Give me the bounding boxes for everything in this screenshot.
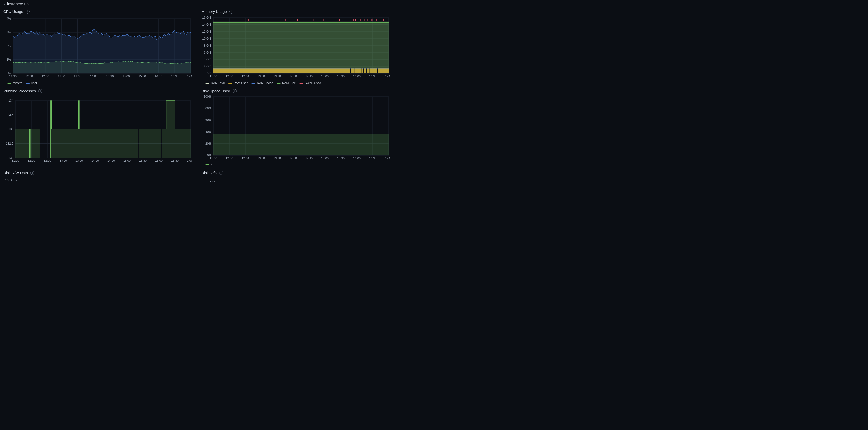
legend-item[interactable]: RAM Cache xyxy=(251,81,273,85)
svg-text:1%: 1% xyxy=(7,58,11,62)
svg-rect-114 xyxy=(370,68,370,73)
legend-memory: RAM TotalRAM UsedRAM CacheRAM FreeSWAP U… xyxy=(201,80,392,85)
legend-label: system xyxy=(13,81,23,85)
svg-text:15:30: 15:30 xyxy=(138,75,146,78)
legend-cpu: systemuser xyxy=(3,80,193,85)
svg-text:133.5: 133.5 xyxy=(6,113,13,117)
legend-label: / xyxy=(211,163,212,167)
svg-text:17:00: 17:00 xyxy=(385,157,390,160)
legend-item[interactable]: RAM Used xyxy=(228,81,248,85)
svg-text:16:00: 16:00 xyxy=(155,75,162,78)
svg-text:12:30: 12:30 xyxy=(43,159,51,163)
legend-label: RAM Total xyxy=(211,81,225,85)
svg-text:12 GiB: 12 GiB xyxy=(202,30,211,33)
svg-text:15:00: 15:00 xyxy=(122,75,130,78)
svg-rect-188 xyxy=(213,134,389,155)
svg-rect-113 xyxy=(366,68,367,69)
svg-text:40%: 40% xyxy=(206,130,211,134)
legend-item[interactable]: / xyxy=(206,163,212,167)
info-icon[interactable]: i xyxy=(232,89,237,93)
panel-disk-space[interactable]: Disk Space Used i 0%20%40%60%80%100%11:3… xyxy=(201,88,392,167)
svg-text:133: 133 xyxy=(8,127,13,131)
svg-text:15:30: 15:30 xyxy=(337,75,345,78)
chart-disk-space[interactable]: 0%20%40%60%80%100%11:3012:0012:3013:0013… xyxy=(201,95,392,162)
legend-swatch xyxy=(299,82,303,84)
info-icon[interactable]: i xyxy=(26,10,30,14)
svg-text:16:00: 16:00 xyxy=(353,157,361,160)
svg-rect-77 xyxy=(213,23,389,73)
chart-processes[interactable]: 132132.5133133.513411:3012:0012:3013:001… xyxy=(3,95,193,164)
svg-text:11:30: 11:30 xyxy=(210,75,217,78)
legend-swatch xyxy=(206,164,209,165)
info-icon[interactable]: i xyxy=(30,171,34,175)
panel-memory-usage[interactable]: Memory Usage i 0 B2 GiB4 GiB6 GiB8 GiB10… xyxy=(201,9,392,85)
panel-running-processes[interactable]: Running Processes i 132132.5133133.51341… xyxy=(3,88,193,167)
panel-disk-io[interactable]: ⋮ Disk IO/s i 5 io/s xyxy=(201,170,392,184)
svg-text:16:30: 16:30 xyxy=(171,75,178,78)
panel-title-text: Disk R/W Data xyxy=(3,171,28,175)
svg-rect-109 xyxy=(361,68,361,69)
svg-text:13:30: 13:30 xyxy=(273,157,281,160)
chart-memory[interactable]: 0 B2 GiB4 GiB6 GiB8 GiB10 GiB12 GiB14 Gi… xyxy=(201,15,392,80)
panel-title-text: Memory Usage xyxy=(202,9,227,14)
chart-disk-rw[interactable]: 100 kB/s xyxy=(3,176,193,184)
svg-text:14 GiB: 14 GiB xyxy=(202,23,211,26)
svg-text:8 GiB: 8 GiB xyxy=(204,44,211,47)
svg-text:4 GiB: 4 GiB xyxy=(204,58,211,61)
svg-text:100%: 100% xyxy=(204,95,211,98)
legend-swatch xyxy=(251,82,255,84)
panel-title-text: Running Processes xyxy=(3,89,36,93)
legend-label: user xyxy=(31,81,37,85)
chevron-down-icon xyxy=(3,3,5,5)
svg-text:134: 134 xyxy=(8,99,13,102)
svg-text:14:00: 14:00 xyxy=(289,157,297,160)
svg-text:6 GiB: 6 GiB xyxy=(204,51,211,54)
panel-disk-rw[interactable]: Disk R/W Data i 100 kB/s xyxy=(3,170,193,184)
info-icon[interactable]: i xyxy=(219,171,223,175)
legend-item[interactable]: RAM Free xyxy=(277,81,296,85)
svg-text:17:00: 17:00 xyxy=(187,75,192,78)
legend-item[interactable]: RAM Total xyxy=(206,81,225,85)
chart-disk-io[interactable]: 5 io/s xyxy=(201,176,392,184)
svg-text:12:30: 12:30 xyxy=(242,157,249,160)
svg-text:60%: 60% xyxy=(206,118,211,122)
svg-text:80%: 80% xyxy=(206,106,211,110)
info-icon[interactable]: i xyxy=(229,10,233,14)
svg-text:17:00: 17:00 xyxy=(187,159,192,163)
svg-text:13:30: 13:30 xyxy=(74,75,82,78)
svg-text:15:30: 15:30 xyxy=(139,159,147,163)
section-header[interactable]: Instance: uni xyxy=(3,1,392,9)
panel-title-text: Disk IO/s xyxy=(202,171,217,175)
svg-rect-106 xyxy=(353,68,354,73)
svg-text:2 GiB: 2 GiB xyxy=(204,65,211,68)
svg-text:16 GiB: 16 GiB xyxy=(202,16,211,20)
svg-text:12:00: 12:00 xyxy=(25,75,33,78)
svg-text:14:30: 14:30 xyxy=(305,157,313,160)
svg-text:13:00: 13:00 xyxy=(257,75,265,78)
legend-label: RAM Cache xyxy=(257,81,273,85)
svg-text:15:00: 15:00 xyxy=(321,75,329,78)
svg-text:16:30: 16:30 xyxy=(369,157,376,160)
svg-text:16:00: 16:00 xyxy=(155,159,163,163)
legend-swatch xyxy=(26,82,30,84)
chart-cpu[interactable]: 0%1%2%3%4%11:3012:0012:3013:0013:3014:00… xyxy=(3,15,193,80)
svg-text:17:00: 17:00 xyxy=(385,75,390,78)
panel-title-text: Disk Space Used xyxy=(202,89,230,93)
panel-cpu-usage[interactable]: CPU Usage i 0%1%2%3%4%11:3012:0012:3013:… xyxy=(3,9,193,85)
svg-text:132.5: 132.5 xyxy=(6,142,13,145)
svg-text:13:30: 13:30 xyxy=(75,159,83,163)
info-icon[interactable]: i xyxy=(38,89,42,93)
svg-rect-110 xyxy=(363,68,364,73)
legend-item[interactable]: user xyxy=(26,81,37,85)
svg-text:16:00: 16:00 xyxy=(353,75,361,78)
svg-text:12:00: 12:00 xyxy=(225,157,233,160)
legend-item[interactable]: system xyxy=(7,81,23,85)
svg-rect-104 xyxy=(350,68,351,73)
svg-rect-112 xyxy=(366,68,367,73)
legend-label: RAM Used xyxy=(234,81,248,85)
svg-text:14:30: 14:30 xyxy=(305,75,313,78)
legend-item[interactable]: SWAP Used xyxy=(299,81,321,85)
svg-text:100 kB/s: 100 kB/s xyxy=(5,179,17,182)
svg-rect-116 xyxy=(377,68,378,73)
kebab-menu-icon[interactable]: ⋮ xyxy=(388,171,393,176)
